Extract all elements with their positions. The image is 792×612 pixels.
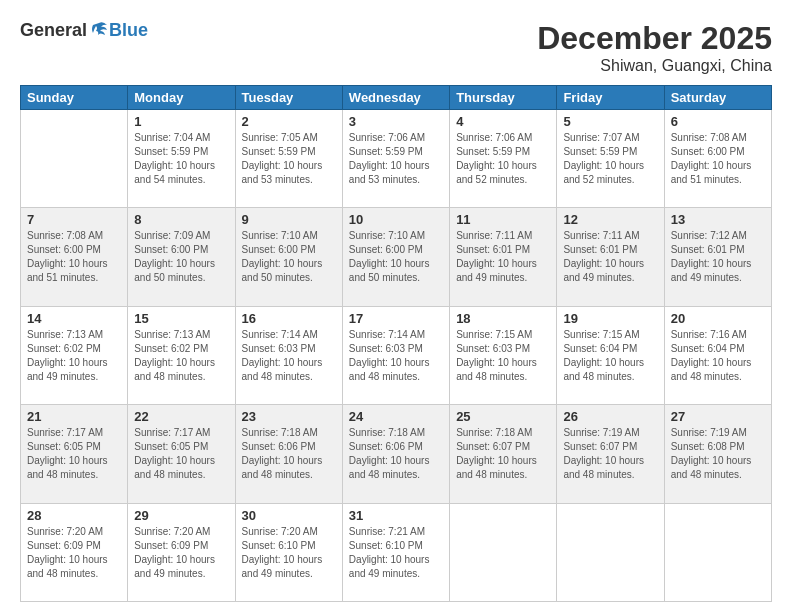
day-number: 24 [349,409,443,424]
day-cell [557,503,664,601]
day-cell: 28Sunrise: 7:20 AM Sunset: 6:09 PM Dayli… [21,503,128,601]
logo: General Blue [20,20,148,41]
week-row-2: 7Sunrise: 7:08 AM Sunset: 6:00 PM Daylig… [21,208,772,306]
day-info: Sunrise: 7:16 AM Sunset: 6:04 PM Dayligh… [671,328,765,384]
day-cell: 2Sunrise: 7:05 AM Sunset: 5:59 PM Daylig… [235,110,342,208]
day-cell: 4Sunrise: 7:06 AM Sunset: 5:59 PM Daylig… [450,110,557,208]
day-cell: 13Sunrise: 7:12 AM Sunset: 6:01 PM Dayli… [664,208,771,306]
day-info: Sunrise: 7:19 AM Sunset: 6:07 PM Dayligh… [563,426,657,482]
day-info: Sunrise: 7:10 AM Sunset: 6:00 PM Dayligh… [242,229,336,285]
day-cell: 31Sunrise: 7:21 AM Sunset: 6:10 PM Dayli… [342,503,449,601]
day-cell [450,503,557,601]
day-info: Sunrise: 7:08 AM Sunset: 6:00 PM Dayligh… [671,131,765,187]
day-cell: 19Sunrise: 7:15 AM Sunset: 6:04 PM Dayli… [557,306,664,404]
col-header-friday: Friday [557,86,664,110]
day-cell: 16Sunrise: 7:14 AM Sunset: 6:03 PM Dayli… [235,306,342,404]
header-row: SundayMondayTuesdayWednesdayThursdayFrid… [21,86,772,110]
day-cell: 6Sunrise: 7:08 AM Sunset: 6:00 PM Daylig… [664,110,771,208]
logo-blue-text: Blue [109,20,148,41]
day-number: 2 [242,114,336,129]
day-cell: 3Sunrise: 7:06 AM Sunset: 5:59 PM Daylig… [342,110,449,208]
day-cell: 5Sunrise: 7:07 AM Sunset: 5:59 PM Daylig… [557,110,664,208]
day-info: Sunrise: 7:15 AM Sunset: 6:03 PM Dayligh… [456,328,550,384]
day-info: Sunrise: 7:18 AM Sunset: 6:06 PM Dayligh… [242,426,336,482]
day-number: 25 [456,409,550,424]
day-number: 8 [134,212,228,227]
week-row-1: 1Sunrise: 7:04 AM Sunset: 5:59 PM Daylig… [21,110,772,208]
day-info: Sunrise: 7:20 AM Sunset: 6:09 PM Dayligh… [134,525,228,581]
col-header-thursday: Thursday [450,86,557,110]
calendar-subtitle: Shiwan, Guangxi, China [537,57,772,75]
day-cell: 27Sunrise: 7:19 AM Sunset: 6:08 PM Dayli… [664,405,771,503]
day-number: 17 [349,311,443,326]
day-cell: 25Sunrise: 7:18 AM Sunset: 6:07 PM Dayli… [450,405,557,503]
day-number: 1 [134,114,228,129]
day-info: Sunrise: 7:14 AM Sunset: 6:03 PM Dayligh… [242,328,336,384]
day-cell: 18Sunrise: 7:15 AM Sunset: 6:03 PM Dayli… [450,306,557,404]
day-cell: 29Sunrise: 7:20 AM Sunset: 6:09 PM Dayli… [128,503,235,601]
col-header-saturday: Saturday [664,86,771,110]
day-cell: 15Sunrise: 7:13 AM Sunset: 6:02 PM Dayli… [128,306,235,404]
day-number: 26 [563,409,657,424]
day-cell: 11Sunrise: 7:11 AM Sunset: 6:01 PM Dayli… [450,208,557,306]
header: General Blue December 2025 Shiwan, Guang… [20,20,772,75]
day-info: Sunrise: 7:12 AM Sunset: 6:01 PM Dayligh… [671,229,765,285]
day-info: Sunrise: 7:15 AM Sunset: 6:04 PM Dayligh… [563,328,657,384]
day-cell: 1Sunrise: 7:04 AM Sunset: 5:59 PM Daylig… [128,110,235,208]
day-number: 18 [456,311,550,326]
day-info: Sunrise: 7:14 AM Sunset: 6:03 PM Dayligh… [349,328,443,384]
day-cell: 17Sunrise: 7:14 AM Sunset: 6:03 PM Dayli… [342,306,449,404]
day-cell: 22Sunrise: 7:17 AM Sunset: 6:05 PM Dayli… [128,405,235,503]
logo-general-text: General [20,20,87,41]
day-number: 22 [134,409,228,424]
day-info: Sunrise: 7:13 AM Sunset: 6:02 PM Dayligh… [27,328,121,384]
day-cell: 30Sunrise: 7:20 AM Sunset: 6:10 PM Dayli… [235,503,342,601]
day-cell [21,110,128,208]
col-header-monday: Monday [128,86,235,110]
day-number: 23 [242,409,336,424]
day-cell: 23Sunrise: 7:18 AM Sunset: 6:06 PM Dayli… [235,405,342,503]
day-info: Sunrise: 7:10 AM Sunset: 6:00 PM Dayligh… [349,229,443,285]
day-info: Sunrise: 7:20 AM Sunset: 6:09 PM Dayligh… [27,525,121,581]
day-number: 30 [242,508,336,523]
day-info: Sunrise: 7:04 AM Sunset: 5:59 PM Dayligh… [134,131,228,187]
day-info: Sunrise: 7:11 AM Sunset: 6:01 PM Dayligh… [456,229,550,285]
day-number: 11 [456,212,550,227]
day-number: 13 [671,212,765,227]
day-info: Sunrise: 7:21 AM Sunset: 6:10 PM Dayligh… [349,525,443,581]
day-info: Sunrise: 7:13 AM Sunset: 6:02 PM Dayligh… [134,328,228,384]
day-number: 10 [349,212,443,227]
day-number: 4 [456,114,550,129]
day-cell: 8Sunrise: 7:09 AM Sunset: 6:00 PM Daylig… [128,208,235,306]
day-info: Sunrise: 7:08 AM Sunset: 6:00 PM Dayligh… [27,229,121,285]
day-number: 29 [134,508,228,523]
day-cell: 9Sunrise: 7:10 AM Sunset: 6:00 PM Daylig… [235,208,342,306]
day-number: 15 [134,311,228,326]
calendar-table: SundayMondayTuesdayWednesdayThursdayFrid… [20,85,772,602]
day-number: 21 [27,409,121,424]
day-cell: 14Sunrise: 7:13 AM Sunset: 6:02 PM Dayli… [21,306,128,404]
day-number: 16 [242,311,336,326]
day-cell: 7Sunrise: 7:08 AM Sunset: 6:00 PM Daylig… [21,208,128,306]
day-number: 28 [27,508,121,523]
day-cell: 26Sunrise: 7:19 AM Sunset: 6:07 PM Dayli… [557,405,664,503]
day-info: Sunrise: 7:18 AM Sunset: 6:06 PM Dayligh… [349,426,443,482]
day-cell: 10Sunrise: 7:10 AM Sunset: 6:00 PM Dayli… [342,208,449,306]
day-number: 5 [563,114,657,129]
day-info: Sunrise: 7:06 AM Sunset: 5:59 PM Dayligh… [456,131,550,187]
day-cell [664,503,771,601]
day-number: 31 [349,508,443,523]
title-block: December 2025 Shiwan, Guangxi, China [537,20,772,75]
day-info: Sunrise: 7:17 AM Sunset: 6:05 PM Dayligh… [134,426,228,482]
day-cell: 20Sunrise: 7:16 AM Sunset: 6:04 PM Dayli… [664,306,771,404]
calendar-title: December 2025 [537,20,772,57]
col-header-tuesday: Tuesday [235,86,342,110]
week-row-3: 14Sunrise: 7:13 AM Sunset: 6:02 PM Dayli… [21,306,772,404]
day-info: Sunrise: 7:17 AM Sunset: 6:05 PM Dayligh… [27,426,121,482]
day-number: 6 [671,114,765,129]
day-info: Sunrise: 7:11 AM Sunset: 6:01 PM Dayligh… [563,229,657,285]
day-info: Sunrise: 7:20 AM Sunset: 6:10 PM Dayligh… [242,525,336,581]
day-number: 14 [27,311,121,326]
logo-bird-icon [89,21,109,41]
day-number: 27 [671,409,765,424]
